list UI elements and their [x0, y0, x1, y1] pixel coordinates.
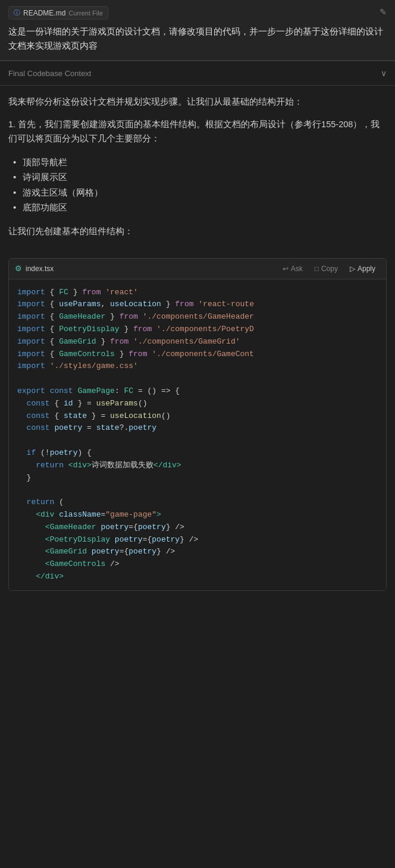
- code-line-1: import { FC } from 'react': [17, 287, 378, 299]
- code-line-3: import { GameHeader } from './components…: [17, 311, 378, 323]
- code-line-13: [17, 435, 378, 447]
- bullet-item-2: 诗词展示区: [8, 169, 387, 185]
- code-line-18: return (: [17, 496, 378, 509]
- code-file-badge: ⚙ index.tsx: [15, 264, 54, 273]
- bullet-list: 顶部导航栏 诗词展示区 游戏主区域（网格） 底部功能区: [8, 155, 387, 215]
- ai-intro-text: 我来帮你分析这份设计文档并规划实现步骤。让我们从最基础的结构开始：: [8, 95, 387, 109]
- code-block-container: ⚙ index.tsx ↩ Ask □ Copy ▷ Apply import …: [8, 258, 387, 591]
- info-icon: ⓘ: [14, 8, 20, 17]
- ask-icon: ↩: [283, 265, 289, 273]
- chevron-down-icon: ∨: [381, 68, 387, 78]
- code-line-24: </div>: [17, 571, 378, 583]
- code-line-16: }: [17, 472, 378, 485]
- context-section[interactable]: Final Codebase Context ∨: [0, 61, 395, 86]
- edit-button[interactable]: ✎: [377, 5, 389, 19]
- file-name: README.md: [23, 9, 65, 17]
- code-line-2: import { useParams, useLocation } from '…: [17, 298, 378, 311]
- code-line-14: if (!poetry) {: [17, 447, 378, 460]
- ai-step1-text: 1. 首先，我们需要创建游戏页面的基本组件结构。根据文档的布局设计（参考行155…: [8, 118, 387, 146]
- file-badge: ⓘ README.md Current File: [8, 6, 108, 20]
- code-file-name: index.tsx: [26, 265, 54, 273]
- file-reference-section: ✎ ⓘ README.md Current File 这是一份详细的关于游戏页的…: [0, 0, 395, 61]
- ai-closing-text: 让我们先创建基本的组件结构：: [8, 225, 387, 239]
- code-line-21: <PoetryDisplay poetry={poetry} />: [17, 534, 378, 546]
- code-line-23: <GameControls />: [17, 558, 378, 571]
- code-line-9: export const GamePage: FC = () => {: [17, 385, 378, 398]
- file-label: Current File: [68, 10, 102, 17]
- bullet-item-4: 底部功能区: [8, 200, 387, 215]
- code-line-12: const poetry = state?.poetry: [17, 422, 378, 435]
- code-line-4: import { PoetryDisplay } from './compone…: [17, 323, 378, 336]
- context-label: Final Codebase Context: [8, 69, 91, 78]
- code-actions: ↩ Ask □ Copy ▷ Apply: [278, 262, 380, 275]
- code-line-5: import { GameGrid } from './components/G…: [17, 336, 378, 348]
- copy-label: Copy: [321, 265, 338, 273]
- code-line-7: import './styles/game.css': [17, 360, 378, 373]
- code-line-20: <GameHeader poetry={poetry} />: [17, 521, 378, 534]
- code-line-11: const { state } = useLocation(): [17, 410, 378, 423]
- ai-response-section: 我来帮你分析这份设计文档并规划实现步骤。让我们从最基础的结构开始： 1. 首先，…: [0, 86, 395, 258]
- code-line-15: return <div>诗词数据加载失败</div>: [17, 460, 378, 472]
- code-line-17: [17, 484, 378, 496]
- ask-label: Ask: [291, 265, 303, 273]
- code-line-22: <GameGrid poetry={poetry} />: [17, 546, 378, 558]
- bullet-item-1: 顶部导航栏: [8, 155, 387, 170]
- code-line-10: const { id } = useParams(): [17, 398, 378, 410]
- apply-label: Apply: [358, 265, 375, 273]
- apply-icon: ▷: [350, 265, 355, 273]
- apply-button[interactable]: ▷ Apply: [345, 262, 380, 275]
- page-container: ✎ ⓘ README.md Current File 这是一份详细的关于游戏页的…: [0, 0, 395, 591]
- ask-button[interactable]: ↩ Ask: [278, 262, 308, 275]
- code-line-8: [17, 373, 378, 385]
- copy-button[interactable]: □ Copy: [310, 262, 343, 275]
- code-line-6: import { GameControls } from './componen…: [17, 348, 378, 361]
- copy-icon: □: [315, 265, 319, 273]
- tsx-file-icon: ⚙: [15, 264, 22, 273]
- user-message: 这是一份详细的关于游戏页的设计文档，请修改项目的代码，并一步一步的基于这份详细的…: [8, 24, 387, 53]
- code-line-19: <div className="game-page">: [17, 509, 378, 521]
- code-content: import { FC } from 'react' import { useP…: [9, 279, 386, 590]
- bullet-item-3: 游戏主区域（网格）: [8, 185, 387, 200]
- code-block-header: ⚙ index.tsx ↩ Ask □ Copy ▷ Apply: [9, 259, 386, 279]
